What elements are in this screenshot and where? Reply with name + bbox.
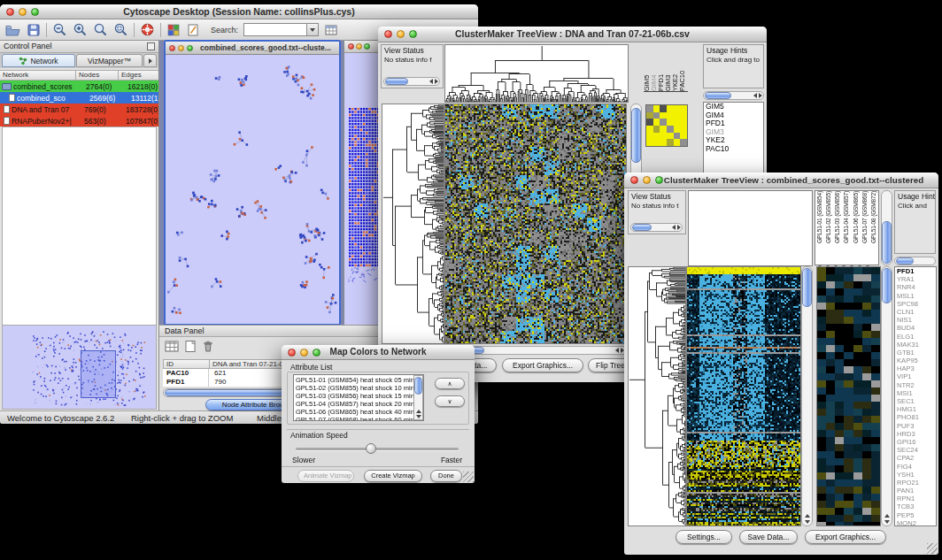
table-export-icon[interactable]	[324, 23, 338, 37]
treeview2-titlebar[interactable]: ClusterMaker TreeView : combined_scores_…	[624, 173, 938, 188]
zoom-button[interactable]	[313, 349, 320, 357]
move-down-button[interactable]: ∨	[435, 395, 465, 407]
matrix-cell[interactable]	[680, 105, 687, 112]
tv2-column-label[interactable]: GPL51-01 (GSM854)	[815, 191, 824, 243]
tv2-gene-label[interactable]: PEP5	[897, 511, 936, 519]
treeview1-titlebar[interactable]: ClusterMaker TreeView : DNA and Tran 07-…	[378, 27, 767, 42]
speed-slider-thumb[interactable]	[366, 443, 376, 454]
tv2-gene-label[interactable]: PAN1	[897, 487, 936, 495]
tv2-gene-label[interactable]: RPO21	[897, 479, 936, 487]
tv2-gene-label[interactable]: PHO81	[897, 413, 936, 421]
tv2-gene-label[interactable]: SEC1	[897, 397, 936, 405]
matrix-cell[interactable]	[653, 105, 660, 112]
tv1-heatmap[interactable]	[444, 104, 627, 344]
matrix-cell[interactable]	[667, 126, 674, 133]
col-id[interactable]: ID	[164, 360, 210, 368]
create-vizmap-button[interactable]: Create Vizmap	[364, 470, 422, 482]
resize-grip[interactable]	[463, 472, 474, 482]
network-row[interactable]: combined_sco2569(6)13112(15)	[0, 92, 158, 104]
cytoscape-titlebar[interactable]: Cytoscape Desktop (Session Name: collins…	[0, 4, 478, 19]
matrix-cell[interactable]	[674, 126, 681, 133]
tv1-column-label[interactable]: YKE2	[672, 44, 679, 91]
matrix-cell[interactable]	[646, 119, 653, 126]
annotation-icon[interactable]	[186, 23, 200, 37]
matrix-cell[interactable]	[646, 105, 653, 112]
matrix-cell[interactable]	[646, 126, 653, 133]
zoom-in-icon[interactable]	[73, 22, 88, 37]
minimize-button[interactable]	[300, 349, 308, 357]
tv1-column-label[interactable]: GIM5	[644, 44, 651, 91]
matrix-cell[interactable]	[674, 119, 681, 126]
scrollbar-thumb[interactable]	[896, 257, 914, 265]
tv2-column-label[interactable]: GPL51-08 (GSM872)	[869, 191, 878, 243]
scrollbar-arrows[interactable]	[615, 347, 624, 354]
view-status-scrollbar[interactable]	[630, 223, 683, 232]
tv2-column-label[interactable]: GPL51-02 (GSM855)	[824, 191, 833, 243]
network-row[interactable]: combined_scores2764(0)16218(0)	[0, 81, 158, 92]
minimize-button[interactable]	[643, 176, 651, 184]
tab-network[interactable]: Network	[2, 54, 75, 67]
zoom-button[interactable]	[364, 43, 370, 50]
tv2-gene-label[interactable]: MAK31	[897, 341, 936, 349]
matrix-cell[interactable]	[653, 139, 660, 146]
matrix-cell[interactable]	[653, 126, 660, 133]
tv1-column-dendrogram[interactable]	[444, 44, 629, 103]
tv2-gene-label[interactable]: CPA2	[897, 454, 936, 462]
matrix-cell[interactable]	[653, 119, 660, 126]
matrix-cell[interactable]	[660, 112, 667, 119]
birdseye-view[interactable]	[2, 325, 157, 410]
tv2-gene-label[interactable]: HMG1	[897, 405, 936, 413]
scrollbar-thumb[interactable]	[385, 78, 408, 85]
zoom-button[interactable]	[187, 45, 193, 51]
network-canvas[interactable]	[166, 55, 339, 324]
matrix-cell[interactable]	[667, 119, 674, 126]
tv2-gene-label[interactable]: HRD3	[897, 430, 936, 438]
tv2-column-label[interactable]: GPL51-06 (GSM865)	[852, 191, 861, 243]
vizmapper-icon[interactable]	[166, 23, 181, 37]
tv2-gene-label[interactable]: HAP3	[897, 364, 936, 372]
matrix-cell[interactable]	[667, 133, 674, 140]
tv2-gene-label[interactable]: MON2	[897, 519, 936, 526]
save-icon[interactable]	[27, 23, 41, 37]
scrollbar-arrows[interactable]	[882, 514, 892, 524]
tv2-column-dendrogram[interactable]	[688, 190, 813, 266]
tv2-gene-label[interactable]: RPN1	[897, 495, 936, 502]
zoom-selected-icon[interactable]	[113, 22, 128, 37]
tv2-gene-label[interactable]: SEC24	[897, 446, 936, 454]
network-row[interactable]: RNAPuberNov2+|563(0)107847(0)	[0, 115, 158, 127]
tv2-settings-button[interactable]: Settings...	[676, 530, 732, 544]
attribute-item[interactable]: GPL51-04 (GSM857) heat shock 20 min	[296, 400, 421, 408]
tv2-gene-label[interactable]: MSL1	[897, 292, 936, 300]
matrix-cell[interactable]	[653, 133, 660, 140]
scrollbar-thumb[interactable]	[632, 224, 652, 231]
tv2-gene-label[interactable]: BUD4	[897, 324, 936, 332]
tv2-global-vscrollbar[interactable]	[801, 266, 813, 526]
tv1-usage-scrollbar[interactable]	[703, 91, 764, 100]
matrix-cell[interactable]	[680, 119, 687, 126]
tv2-gene-label[interactable]: GPI16	[897, 438, 936, 446]
matrix-cell[interactable]	[680, 112, 687, 119]
tv2-gene-label[interactable]: RNR4	[897, 283, 936, 291]
matrix-cell[interactable]	[667, 112, 674, 119]
close-button[interactable]	[288, 349, 296, 357]
attribute-item[interactable]: GPL51-06 (GSM865) heat shock 40 min	[296, 408, 421, 416]
open-file-icon[interactable]	[5, 23, 21, 37]
tv1-column-label[interactable]: PAC10	[679, 44, 686, 91]
minimize-button[interactable]	[178, 45, 184, 51]
tv2-gene-label[interactable]: ELG1	[897, 333, 936, 341]
tv2-gene-label[interactable]: MSI1	[897, 389, 936, 397]
matrix-cell[interactable]	[660, 105, 667, 112]
tv1-column-label[interactable]: GIM3	[665, 44, 672, 91]
matrix-cell[interactable]	[674, 112, 681, 119]
tv2-gene-label[interactable]: TCB3	[897, 502, 936, 510]
close-button[interactable]	[169, 45, 175, 51]
tv2-gene-label[interactable]: VIP1	[897, 372, 936, 380]
tv2-gene-label[interactable]: GTB1	[897, 349, 936, 357]
tv2-row-dendrogram[interactable]	[628, 266, 686, 526]
matrix-cell[interactable]	[653, 112, 660, 119]
scrollbar-arrows[interactable]	[429, 78, 438, 85]
scrollbar-thumb[interactable]	[882, 268, 892, 303]
tv2-save-data-button[interactable]: Save Data...	[739, 530, 798, 544]
matrix-cell[interactable]	[660, 133, 667, 140]
tv2-export-graphics-button[interactable]: Export Graphics...	[805, 530, 886, 544]
